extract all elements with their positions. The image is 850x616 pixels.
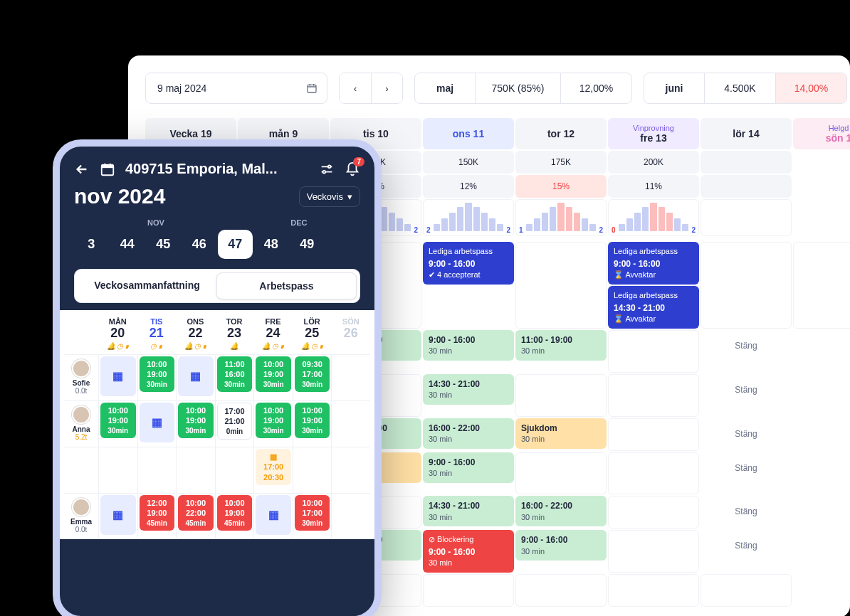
person-label[interactable]: Sofie0.0t (64, 355, 98, 400)
shift-cell[interactable]: 12:0019:0045min (137, 494, 177, 539)
sparkline: 12 (515, 199, 607, 236)
shift-cell[interactable]: Stäng (701, 496, 792, 529)
shift-cell[interactable] (137, 447, 177, 493)
shift-cell[interactable] (98, 447, 137, 493)
shift-cell[interactable] (423, 574, 514, 607)
shift-cell[interactable] (608, 418, 699, 451)
day-column-header[interactable]: ONS22🔔◷∎ (176, 317, 215, 350)
shift-cell[interactable] (515, 574, 607, 607)
shift-cell[interactable]: Lediga arbetspass9:00 - 16:00⌛ AvvaktarL… (608, 242, 699, 329)
week-button[interactable]: 49 (290, 230, 325, 259)
date-picker[interactable]: 9 maj 2024 (145, 73, 327, 104)
shift-cell[interactable]: 11:0016:0030min (215, 355, 254, 400)
shift-cell[interactable] (515, 374, 607, 417)
shift-cell[interactable] (331, 401, 370, 447)
shift-cell[interactable] (331, 355, 370, 400)
shift-cell[interactable] (293, 447, 332, 493)
shift-cell[interactable] (331, 447, 370, 493)
shift-cell[interactable] (608, 530, 699, 573)
shift-cell[interactable]: 11:00 - 19:0030 min (515, 330, 607, 373)
shift-cell[interactable]: ▦ (137, 401, 177, 447)
shift-cell[interactable] (608, 574, 699, 607)
shift-cell[interactable] (215, 447, 254, 493)
person-label[interactable] (64, 447, 98, 493)
day-column-header[interactable]: LÖR25🔔◷∎ (293, 317, 332, 350)
settings-icon[interactable] (319, 161, 335, 177)
shift-cell[interactable]: 17:0021:000min (215, 401, 254, 447)
calendar-block-icon: ▦ (112, 369, 123, 384)
shift-cell[interactable] (701, 242, 792, 329)
shift-cell[interactable] (608, 452, 699, 495)
shift-cell[interactable]: ▦ (98, 494, 137, 539)
shift-cell[interactable]: ▦ (253, 494, 293, 539)
day-column-header[interactable]: TOR23🔔 (215, 317, 254, 350)
week-button[interactable]: 3 (74, 230, 109, 259)
shift-cell[interactable] (608, 496, 699, 529)
shift-cell[interactable] (701, 574, 792, 607)
shift-cell[interactable]: Stäng (701, 530, 792, 573)
shift-cell[interactable] (608, 374, 699, 417)
shift-cell[interactable]: 16:00 - 22:0030 min (515, 496, 607, 529)
prev-button[interactable]: ‹ (340, 73, 371, 103)
day-column-header[interactable]: MÅN20🔔◷∎ (98, 317, 137, 350)
shift-cell[interactable] (793, 242, 850, 329)
shift-cell[interactable] (608, 330, 699, 373)
day-header[interactable]: lör 14 (701, 118, 792, 149)
next-button[interactable]: › (371, 73, 402, 103)
tab-shifts[interactable]: Arbetspass (216, 272, 357, 299)
dropdown-label: Veckovis (307, 191, 343, 202)
week-button[interactable] (326, 238, 361, 252)
shift-cell[interactable]: ▦ (98, 355, 137, 400)
day-header[interactable]: Vinprovningfre 13 (608, 118, 699, 149)
day-column-header[interactable]: SÖN26 (331, 317, 370, 350)
shift-cell[interactable]: Stäng (701, 374, 792, 417)
notifications-icon[interactable]: 7 (345, 161, 360, 177)
week-button[interactable]: 45 (146, 230, 181, 259)
day-header[interactable]: Helgdsön 1 (793, 118, 850, 149)
shift-cell[interactable] (331, 494, 370, 539)
month-title: nov 2024 (74, 184, 165, 208)
person-label[interactable]: Anna5.2t (64, 401, 98, 447)
shift-cell[interactable]: Sjukdom30 min (515, 418, 607, 451)
shift-cell[interactable]: 10:0019:0030min (176, 401, 215, 447)
shift-cell[interactable]: 10:0019:0030min (293, 401, 332, 447)
view-dropdown[interactable]: Veckovis ▾ (299, 186, 360, 207)
day-header[interactable]: ons 11 (423, 118, 514, 149)
day-header[interactable]: tor 12 (515, 118, 607, 149)
shift-cell[interactable]: 10:0019:0030min (98, 401, 137, 447)
month-pct: 12,00% (560, 73, 631, 103)
shift-cell[interactable]: Lediga arbetspass9:00 - 16:00✔ 4 accepte… (423, 242, 514, 329)
shift-cell[interactable]: Stäng (701, 452, 792, 495)
shift-cell[interactable]: 14:30 - 21:0030 min (423, 496, 514, 529)
day-column-header[interactable]: FRE24🔔◷∎ (253, 317, 293, 350)
shift-cell[interactable]: Stäng (701, 418, 792, 451)
shift-cell[interactable]: 10:0019:0030min (253, 355, 293, 400)
shift-cell[interactable]: Stäng (701, 330, 792, 373)
shift-cell[interactable]: ▦17:0020:30 (253, 447, 293, 493)
shift-cell[interactable]: 09:3017:0030min (293, 355, 332, 400)
shift-cell[interactable]: ▦ (176, 355, 215, 400)
shift-cell[interactable]: 9:00 - 16:0030 min (423, 452, 514, 495)
week-button[interactable]: 44 (110, 230, 145, 259)
shift-cell[interactable]: 16:00 - 22:0030 min (423, 418, 514, 451)
person-label[interactable]: Emma0.0t (64, 494, 98, 539)
shift-cell[interactable] (515, 242, 607, 329)
shift-cell[interactable]: ⊘ Blockering9:00 - 16:0030 min (423, 530, 514, 573)
day-column-header[interactable]: TIS21◷∎ (137, 317, 177, 350)
shift-cell[interactable] (515, 452, 607, 495)
shift-cell[interactable] (176, 447, 215, 493)
shift-cell[interactable]: 10:0019:0030min (137, 355, 177, 400)
shift-cell[interactable]: 9:00 - 16:0030 min (423, 330, 514, 373)
back-icon[interactable] (74, 161, 90, 177)
shift-cell[interactable]: 10:0017:0030min (293, 494, 332, 539)
shift-cell[interactable]: 14:30 - 21:0030 min (423, 374, 514, 417)
shift-cell[interactable]: 9:00 - 16:0030 min (515, 530, 607, 573)
shift-cell[interactable]: 10:0022:0045min (176, 494, 215, 539)
svg-point-4 (323, 170, 326, 173)
shift-cell[interactable]: 10:0019:0030min (253, 401, 293, 447)
tab-summary[interactable]: Veckosammanfattning (78, 272, 216, 299)
week-button[interactable]: 47 (218, 230, 253, 259)
week-button[interactable]: 48 (254, 230, 289, 259)
shift-cell[interactable]: 10:0019:0045min (215, 494, 254, 539)
week-button[interactable]: 46 (182, 230, 217, 259)
